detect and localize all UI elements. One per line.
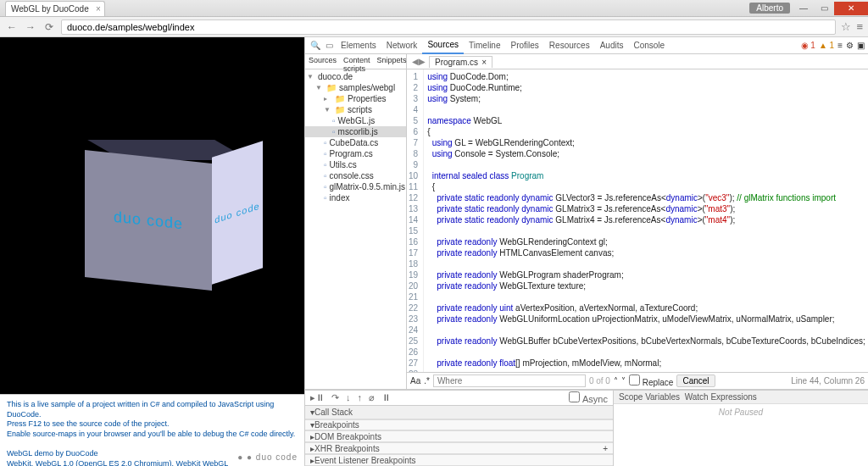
nav-back-icon[interactable]: ← (5, 20, 19, 34)
regex-toggle[interactable]: Aa (410, 376, 420, 386)
tree-item[interactable]: ▫Program.cs (305, 148, 406, 159)
tree-item[interactable]: ▼📁scripts (305, 104, 406, 115)
footer-logo: ● ● duo code (237, 452, 298, 463)
window-minimize-icon[interactable]: — (793, 2, 814, 15)
cube-face-side: duo code (212, 141, 263, 284)
tree-folder[interactable]: samples/webgl (339, 83, 395, 92)
window-maximize-icon[interactable]: ▭ (814, 2, 834, 15)
async-checkbox[interactable]: Async (569, 391, 608, 404)
device-icon[interactable]: ▭ (322, 41, 336, 50)
tree-item[interactable]: ▫WebGL.js (305, 115, 406, 126)
user-badge[interactable]: Alberto (749, 3, 790, 14)
devtools-tab-audits[interactable]: Audits (595, 37, 629, 54)
demo-console: This is a live sample of a project writt… (0, 394, 304, 466)
address-bar: ← → ⟳ ☆ ≡ (0, 17, 868, 37)
devtools-tab-timeline[interactable]: Timeline (464, 37, 505, 54)
devtools-toolbar: 🔍 ▭ ElementsNetworkSourcesTimelineProfil… (305, 37, 868, 54)
tree-item[interactable]: ▸📁Properties (305, 93, 406, 104)
nav-reload-icon[interactable]: ⟳ (42, 20, 56, 34)
debugger-toolbar: ▸⏸ ↷ ↓ ↑ ⌀ ⏸ Async (305, 391, 613, 406)
tree-item[interactable]: ▫CubeData.cs (305, 137, 406, 148)
browser-titlebar: WebGL by DuoCode × Alberto — ▭ ✕ (0, 0, 868, 17)
sidebar-tab-sources[interactable]: Sources (305, 54, 340, 69)
panel-event-breakpoints[interactable]: ▸ Event Listener Breakpoints (305, 454, 613, 466)
sidebar-tab-snippets[interactable]: Snippets (374, 54, 410, 69)
panel-scope-watch: Scope Variables Watch Expressions (614, 391, 868, 404)
devtools-tab-sources[interactable]: Sources (422, 37, 464, 54)
browser-tab[interactable]: WebGL by DuoCode × (5, 1, 105, 16)
tab-close-icon[interactable]: × (96, 4, 101, 14)
sources-sidebar-tabs: Sources Content scripts Snippets (305, 54, 406, 69)
panel-call-stack[interactable]: ▾ Call Stack (305, 406, 613, 419)
pause-icon[interactable]: ▸⏸ (310, 392, 325, 403)
step-out-icon[interactable]: ↑ (358, 392, 363, 402)
pause-exceptions-icon[interactable]: ⏸ (381, 392, 391, 402)
step-into-icon[interactable]: ↓ (346, 392, 351, 402)
tab-watch-expressions[interactable]: Watch Expressions (685, 392, 757, 402)
inspect-icon[interactable]: 🔍 (309, 41, 322, 50)
panel-breakpoints[interactable]: ▾ Breakpoints (305, 419, 613, 431)
cube-face-front: duo code (85, 150, 212, 291)
drawer-icon[interactable]: ≡ (837, 41, 843, 50)
error-count[interactable]: ◉ 1 (801, 41, 815, 50)
dock-icon[interactable]: ▣ (857, 41, 865, 50)
panel-xhr-breakpoints[interactable]: ▸ XHR Breakpoints+ (305, 442, 613, 454)
editor-status: Line 44, Column 26 (791, 376, 865, 386)
devtools-tab-resources[interactable]: Resources (544, 37, 595, 54)
editor-nav-icon[interactable]: ◀▶ (409, 57, 429, 66)
window-close-icon[interactable]: ✕ (834, 2, 868, 15)
devtools-tab-network[interactable]: Network (381, 37, 423, 54)
find-prev-icon[interactable]: ˄ (614, 376, 618, 386)
tree-item[interactable]: ▫index (305, 192, 406, 203)
webgl-canvas[interactable]: duo code duo code (0, 37, 304, 394)
tree-item[interactable]: ▫mscorlib.js (305, 126, 406, 137)
url-input[interactable] (61, 19, 836, 35)
tab-title: WebGL by DuoCode (11, 4, 89, 14)
deactivate-bp-icon[interactable]: ⌀ (369, 392, 375, 403)
tree-item[interactable]: ▫Utils.cs (305, 159, 406, 170)
step-over-icon[interactable]: ↷ (331, 392, 339, 403)
find-next-icon[interactable]: ˅ (621, 376, 626, 386)
cancel-button[interactable]: Cancel (676, 374, 715, 387)
tree-item[interactable]: ▫console.css (305, 170, 406, 181)
case-toggle[interactable]: .* (424, 376, 430, 386)
panel-dom-breakpoints[interactable]: ▸ DOM Breakpoints (305, 430, 613, 442)
devtools-tab-profiles[interactable]: Profiles (505, 37, 543, 54)
tree-item[interactable]: ▫glMatrix-0.9.5.min.js (305, 181, 406, 192)
demo-cube: duo code duo code (68, 140, 237, 292)
bookmark-icon[interactable]: ☆ (841, 20, 851, 33)
replace-checkbox[interactable]: Replace (629, 374, 673, 387)
close-icon[interactable]: × (481, 58, 487, 67)
tree-root[interactable]: duoco.de (318, 72, 353, 81)
file-tree[interactable]: ▼duoco.de ▼📁samples/webgl ▸📁Properties▼📁… (305, 69, 406, 389)
find-bar: Aa .* 0 of 0 ˄ ˅ Replace Cancel Line 44,… (407, 372, 868, 389)
settings-icon[interactable]: ⚙ (846, 41, 854, 50)
sidebar-tab-content-scripts[interactable]: Content scripts (340, 54, 374, 69)
code-editor[interactable]: 1234567891011121314151617181920212223242… (407, 69, 868, 372)
devtools-tab-elements[interactable]: Elements (336, 37, 381, 54)
add-icon[interactable]: + (603, 444, 608, 453)
nav-forward-icon[interactable]: → (24, 20, 37, 34)
tab-scope-variables[interactable]: Scope Variables (619, 392, 680, 402)
editor-tab[interactable]: Program.cs × (429, 56, 492, 68)
find-input[interactable] (433, 374, 586, 387)
editor-tabs: ◀▶ Program.cs × (407, 54, 868, 69)
warning-count[interactable]: ▲ 1 (819, 41, 834, 50)
menu-icon[interactable]: ≡ (856, 20, 863, 33)
find-count: 0 of 0 (589, 376, 610, 386)
devtools-tab-console[interactable]: Console (628, 37, 670, 54)
